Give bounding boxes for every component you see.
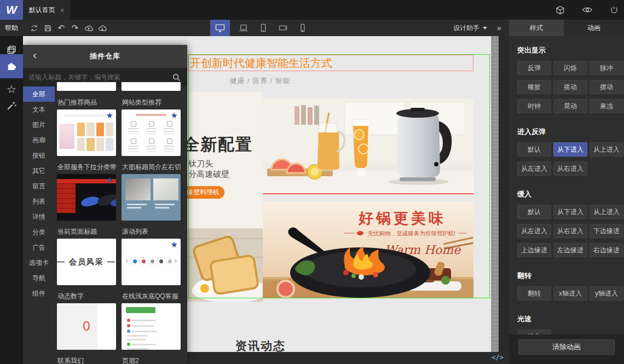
cloud-upload-icon[interactable] (84, 24, 93, 32)
animation-button[interactable]: 翻转 (517, 286, 551, 301)
qq-line (127, 335, 148, 337)
favorites-star-icon[interactable]: ☆ (0, 80, 23, 99)
tab-animation[interactable]: 动画 (564, 20, 624, 36)
close-icon[interactable]: × (60, 6, 65, 14)
redo-icon[interactable]: ↷ (71, 24, 79, 32)
help-button[interactable]: 帮助 (5, 20, 18, 36)
cloud-download-icon[interactable] (98, 24, 107, 32)
animation-button[interactable]: 从下进入 (553, 142, 587, 157)
animation-button[interactable]: x轴进入 (553, 286, 587, 301)
device-phone-icon[interactable] (297, 20, 309, 36)
category-item[interactable]: 分类 (23, 224, 55, 240)
animation-button[interactable]: 从下进入 (553, 205, 587, 219)
news-section-heading[interactable]: 资讯动态 (235, 338, 286, 352)
banner-left-image[interactable]: 全新配置 钛刀头 分高速破壁 热破壁料理机 (187, 92, 263, 302)
refresh-icon[interactable] (30, 24, 38, 32)
plugin-card[interactable]: — 会员风采 — (57, 239, 116, 285)
animation-button[interactable]: 闪烁 (553, 61, 587, 75)
preview-shape (153, 178, 178, 200)
app-logo[interactable]: W (0, 0, 23, 20)
animation-button[interactable]: 从右进入 (553, 161, 587, 176)
code-view-icon[interactable]: </> (492, 354, 504, 361)
animation-button[interactable]: 上边缘进 (517, 243, 551, 257)
qq-row (127, 330, 175, 333)
animation-button[interactable]: 从上进入 (590, 142, 623, 157)
category-item[interactable]: 画廊 (23, 132, 55, 148)
undo-icon[interactable]: ↶ (57, 24, 66, 32)
banner-button[interactable]: 热破壁料理机 (187, 186, 224, 199)
animation-button[interactable]: 默认 (517, 142, 551, 157)
search-icon[interactable] (172, 73, 181, 82)
animation-button[interactable]: 摆动 (590, 80, 623, 94)
animation-button[interactable]: 从左进入 (517, 161, 551, 176)
next-arrow-icon[interactable] (175, 259, 177, 263)
animation-button[interactable]: 时钟 (517, 99, 551, 113)
animation-button[interactable]: 从右进入 (553, 224, 587, 238)
plugin-card[interactable]: ★ (57, 109, 116, 156)
category-item[interactable]: 按钮 (23, 148, 55, 163)
animation-button[interactable]: y轴进入 (590, 286, 623, 301)
animation-button[interactable]: 从上进入 (590, 205, 623, 219)
canvas-scrollbar[interactable] (491, 36, 499, 352)
plugin-card[interactable] (122, 303, 181, 350)
device-tablet-portrait-icon[interactable] (257, 20, 269, 36)
wok-banner-image[interactable]: 好锅更美味 无忧购物，至诚服务为你保驾护航! Warm Home (263, 201, 473, 298)
category-item[interactable]: 组件 (23, 286, 55, 301)
favorite-star-icon[interactable]: ★ (106, 111, 113, 120)
animation-button[interactable]: 反弹 (517, 61, 551, 75)
power-exit-icon[interactable] (610, 5, 619, 14)
animation-button[interactable]: 脉冲 (590, 61, 623, 75)
clear-animation-button[interactable]: 清除动画 (518, 339, 615, 355)
device-tablet-landscape-icon[interactable] (277, 20, 289, 36)
category-item[interactable]: 广告 (23, 240, 55, 255)
category-item[interactable]: 选项卡 (23, 255, 55, 270)
favorite-star-icon[interactable]: ★ (171, 111, 178, 120)
components-cube-icon[interactable] (556, 5, 565, 15)
more-chevrons-icon[interactable]: » (494, 20, 505, 36)
animation-button[interactable]: 左边缘进 (553, 243, 587, 257)
animation-button[interactable]: 下边缘进 (590, 224, 623, 238)
animation-button[interactable]: 果冻 (590, 99, 623, 113)
category-item[interactable]: 全部 (23, 86, 55, 102)
page-title-element[interactable]: 开创新时代健康智能生活方式 (188, 55, 473, 71)
plugin-card[interactable] (122, 174, 181, 221)
page-tab[interactable]: 默认首页 × (23, 0, 70, 20)
tab-style[interactable]: 样式 (509, 20, 564, 36)
plugin-card[interactable]: 0 (57, 303, 116, 350)
favorite-star-icon[interactable]: ★ (106, 175, 113, 185)
page-subtitle[interactable]: 健康 / 营养 / 智能 (205, 76, 315, 86)
animation-button[interactable]: 橡胶 (517, 80, 551, 94)
plugin-card-partial[interactable] (57, 82, 116, 91)
animation-button[interactable]: 默认 (517, 205, 551, 219)
animation-sections: 突出显示反弹闪烁脉冲橡胶摇动摆动时钟晃动果冻进入反弹默认从下进入从上进入从左进入… (509, 36, 624, 364)
preview-eye-icon[interactable] (582, 6, 592, 14)
banner-section[interactable]: 全新配置 钛刀头 分高速破壁 热破壁料理机 (187, 92, 473, 302)
category-item[interactable]: 其它 (23, 163, 55, 178)
category-item[interactable]: 图片 (23, 117, 55, 132)
favorite-star-icon[interactable]: ★ (171, 240, 178, 250)
animation-button[interactable]: 晃动 (553, 99, 587, 113)
puzzle-plugins-icon[interactable] (0, 54, 23, 78)
device-desktop-icon[interactable] (210, 20, 230, 36)
category-item[interactable]: 留言 (23, 178, 55, 194)
main-toolbar: 帮助 ↶ ↷ (0, 20, 624, 36)
device-laptop-icon[interactable] (238, 20, 250, 36)
category-item[interactable]: 列表 (23, 194, 55, 209)
plugin-card-partial[interactable] (122, 82, 181, 91)
plugin-card[interactable]: ★ (57, 174, 116, 221)
kettle-banner-image[interactable] (263, 99, 473, 194)
design-assistant-button[interactable]: 设计助手 (453, 20, 487, 36)
plugin-card[interactable]: ★ (122, 239, 181, 285)
animation-button[interactable]: 摇动 (553, 80, 587, 94)
animation-button[interactable]: 从左进入 (517, 224, 551, 238)
category-item[interactable]: 详情 (23, 209, 55, 224)
magic-wand-icon[interactable] (0, 96, 23, 115)
prev-arrow-icon[interactable] (125, 259, 128, 263)
save-icon[interactable] (43, 24, 52, 32)
category-item[interactable]: 导航 (23, 270, 55, 286)
animation-button[interactable]: 右边缘进 (590, 243, 623, 257)
design-assistant-label: 设计助手 (453, 24, 479, 33)
plugin-card[interactable]: ★ (122, 109, 181, 156)
back-icon[interactable]: ‹ (33, 48, 37, 61)
category-item[interactable]: 文本 (23, 102, 55, 117)
